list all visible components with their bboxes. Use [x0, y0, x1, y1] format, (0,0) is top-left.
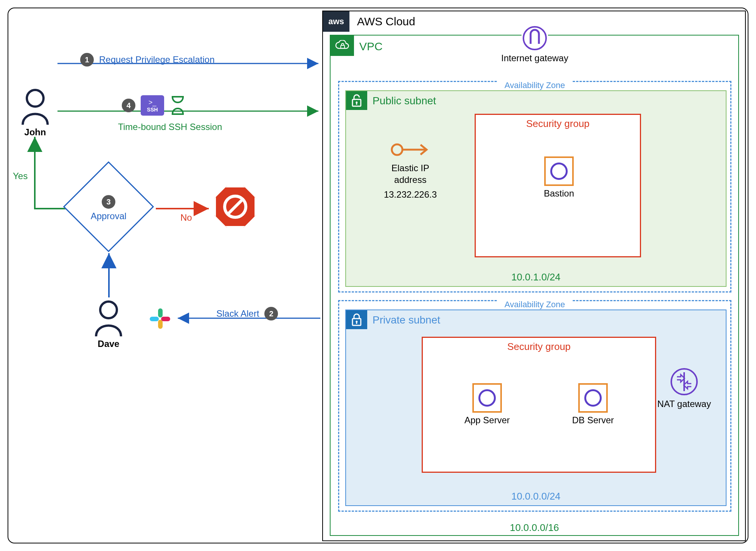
- svg-point-18: [392, 144, 402, 155]
- public-subnet-title: Public subnet: [373, 95, 436, 107]
- ec2-icon: [578, 383, 608, 413]
- stop-sign: [214, 186, 256, 228]
- ec2-icon: [544, 156, 574, 186]
- vpc-frame: VPC 10.0.0.0/16 Internet gateway Availab…: [330, 35, 739, 536]
- aws-cloud-title: AWS Cloud: [357, 15, 415, 28]
- ssh-icon: >_ SSH: [141, 95, 164, 116]
- step1-badge: 1: [80, 53, 94, 67]
- az-label: Availability Zone: [497, 80, 573, 90]
- private-subnet-cidr: 10.0.0.0/24: [346, 491, 726, 502]
- svg-point-0: [27, 90, 43, 107]
- step2-text: Slack Alert: [216, 308, 259, 319]
- private-subnet-badge: [346, 310, 367, 329]
- step3-badge: 3: [102, 195, 115, 209]
- step4-row: [57, 104, 322, 119]
- private-subnet: Private subnet 10.0.0.0/24 Security grou…: [345, 310, 727, 506]
- architecture-diagram: John 1 Request Privilege Escalation 4 >_…: [8, 8, 748, 543]
- private-subnet-title: Private subnet: [373, 314, 440, 326]
- step4-label: 4 >_ SSH: [122, 95, 186, 116]
- public-subnet-cidr: 10.0.1.0/24: [346, 271, 726, 283]
- ec2-icon: [472, 383, 502, 413]
- dave-to-approval: [101, 250, 116, 299]
- svg-point-6: [100, 302, 117, 318]
- internet-gateway-icon: [522, 25, 548, 51]
- user-icon: [92, 299, 126, 337]
- arrow-up: [101, 250, 116, 299]
- svg-rect-11: [161, 317, 170, 321]
- az-label: Availability Zone: [497, 300, 573, 310]
- step2-label: Slack Alert 2: [216, 307, 278, 320]
- db-label: DB Server: [563, 415, 623, 426]
- igw-label: Internet gateway: [474, 53, 595, 63]
- arrow-step4: [57, 104, 322, 119]
- aws-logo-badge: aws: [323, 11, 349, 32]
- actor-john: John: [18, 88, 52, 138]
- db-server-node: DB Server: [563, 383, 623, 426]
- private-sg-title: Security group: [423, 341, 655, 353]
- az-private: Availability Zone Private subnet 10.0.0.…: [338, 300, 731, 512]
- prohibit-icon: [222, 193, 248, 220]
- app-label: App Server: [457, 415, 517, 426]
- aws-cloud-frame: aws AWS Cloud VPC 10.0.0.0/16 Internet g…: [322, 11, 746, 541]
- bastion-node: Bastion: [532, 156, 585, 199]
- az-public: Availability Zone Public subnet 10.0.1.0…: [338, 81, 731, 293]
- elastic-ip: Elastic IP address 13.232.226.3: [369, 140, 452, 201]
- vpc-badge: [331, 36, 354, 56]
- user-icon: [18, 88, 52, 125]
- public-subnet-badge: [346, 91, 367, 110]
- hourglass-icon: [169, 95, 186, 116]
- nat-gateway: NAT gateway: [654, 367, 714, 409]
- vpc-title: VPC: [359, 40, 383, 53]
- vpc-cidr: 10.0.0.0/16: [331, 522, 738, 534]
- step4-badge: 4: [122, 99, 135, 112]
- eip-value: 13.232.226.3: [369, 189, 452, 200]
- nat-label: NAT gateway: [654, 399, 714, 409]
- step1-label: 1 Request Privilege Escalation: [80, 53, 215, 67]
- step3-text: Approval: [91, 211, 127, 221]
- svg-line-5: [228, 199, 243, 214]
- cloud-lock-icon: [335, 40, 349, 51]
- approval-diamond: 3 Approval: [76, 175, 141, 239]
- svg-point-16: [356, 102, 358, 104]
- yes-label: Yes: [13, 171, 28, 181]
- svg-rect-10: [158, 320, 163, 329]
- lock-icon: [351, 313, 362, 326]
- public-sg: Security group Bastion: [475, 114, 641, 257]
- step2-badge: 2: [264, 307, 278, 320]
- lock-open-icon: [351, 94, 362, 107]
- eip-label: Elastic IP address: [369, 162, 452, 186]
- step1-text: Request Privilege Escalation: [99, 54, 215, 65]
- step4-text: Time-bound SSH Session: [118, 122, 222, 132]
- slack-icon: [148, 307, 171, 330]
- internet-gateway: Internet gateway: [474, 25, 595, 63]
- public-subnet: Public subnet 10.0.1.0/24 Elastic IP add…: [345, 90, 727, 287]
- elastic-ip-icon: [390, 140, 431, 159]
- private-sg: Security group App Server DB Server: [422, 337, 656, 473]
- no-label: No: [180, 212, 192, 223]
- step2-row: [148, 307, 171, 330]
- bastion-label: Bastion: [532, 188, 585, 199]
- public-sg-title: Security group: [476, 118, 640, 130]
- svg-point-21: [356, 321, 358, 323]
- actor-dave: Dave: [92, 299, 126, 349]
- app-server-node: App Server: [457, 383, 517, 426]
- svg-rect-8: [158, 308, 163, 317]
- nat-gateway-icon: [669, 367, 699, 396]
- actor-dave-label: Dave: [92, 339, 126, 349]
- svg-rect-9: [150, 317, 159, 321]
